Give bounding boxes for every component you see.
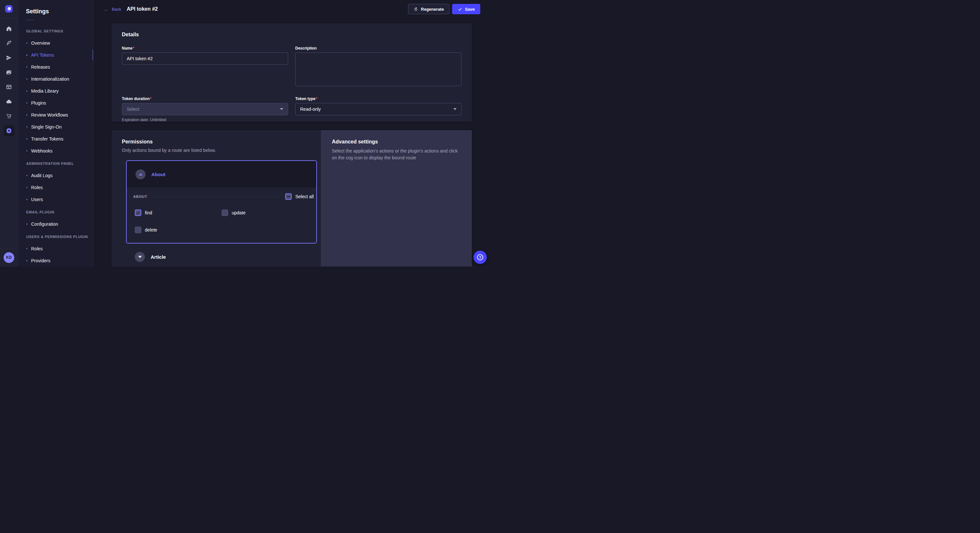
regenerate-button[interactable]: Regenerate <box>408 4 450 14</box>
sidebar-item-configuration[interactable]: Configuration <box>18 218 93 230</box>
token-type-field-group: Token type* Read-only <box>295 97 461 122</box>
bullet-icon <box>26 199 27 200</box>
details-title: Details <box>122 32 461 38</box>
bullet-icon <box>26 175 27 176</box>
bullet-icon <box>26 138 27 140</box>
action-label[interactable]: find <box>145 210 152 215</box>
section-label: EMAIL PLUGIN <box>18 210 93 214</box>
layout-icon <box>6 84 12 90</box>
delete-checkbox[interactable] <box>135 227 141 233</box>
section-administration-panel: ADMINISTRATION PANEL Audit Logs Roles Us… <box>18 162 93 205</box>
indeterminate-icon <box>287 196 290 197</box>
check-icon <box>458 7 463 12</box>
token-type-select[interactable]: Read-only <box>295 103 461 115</box>
sidebar-item-overview[interactable]: Overview <box>18 37 93 49</box>
bullet-icon <box>26 224 27 225</box>
nav-home[interactable] <box>3 23 14 34</box>
description-textarea[interactable] <box>295 52 461 86</box>
nav-marketplace[interactable] <box>3 111 14 122</box>
sidebar-item-users[interactable]: Users <box>18 194 93 205</box>
select-all-checkbox[interactable] <box>285 194 292 200</box>
permissions-title: Permissions <box>122 139 317 145</box>
sidebar-item-admin-roles[interactable]: Roles <box>18 181 93 194</box>
bullet-icon <box>26 150 27 152</box>
chevron-down-icon <box>138 256 142 258</box>
nav-settings[interactable] <box>3 125 14 136</box>
main-content: ← Back API token #2 Regenerate Save Deta… <box>93 0 490 266</box>
cart-icon <box>6 113 12 119</box>
back-link[interactable]: ← Back <box>104 7 121 12</box>
strapi-logo-button[interactable] <box>0 0 18 18</box>
nav-cloud[interactable] <box>3 96 14 107</box>
name-field-group: Name* <box>122 46 288 87</box>
expiration-hint: Expiration date: Unlimited <box>122 117 288 122</box>
advanced-settings-title: Advanced settings <box>332 139 459 145</box>
gear-icon <box>6 128 12 134</box>
save-button[interactable]: Save <box>452 4 480 14</box>
token-type-label: Token type* <box>295 97 461 101</box>
select-all-label[interactable]: Select all <box>295 194 314 199</box>
required-asterisk: * <box>316 97 317 101</box>
help-icon: ? <box>477 254 483 260</box>
article-accordion-title: Article <box>151 254 166 260</box>
sidebar-item-webhooks[interactable]: Webhooks <box>18 145 93 157</box>
sidebar-item-internationalization[interactable]: Internationalization <box>18 73 93 85</box>
name-input[interactable] <box>122 52 288 65</box>
sidebar-item-releases[interactable]: Releases <box>18 61 93 73</box>
sidebar-item-providers[interactable]: Providers <box>18 254 93 266</box>
description-label: Description <box>295 46 461 51</box>
sidebar-item-single-sign-on[interactable]: Single Sign-On <box>18 121 93 133</box>
sidebar-item-api-tokens[interactable]: API Tokens <box>18 49 93 61</box>
user-avatar[interactable]: KD <box>3 252 14 263</box>
action-label[interactable]: delete <box>145 227 157 233</box>
about-accordion-header[interactable]: About <box>127 161 316 187</box>
bullet-icon <box>26 54 27 56</box>
help-button[interactable]: ? <box>474 251 487 264</box>
bullet-icon <box>26 90 27 92</box>
find-checkbox[interactable] <box>135 209 141 216</box>
refresh-icon <box>414 7 418 12</box>
bullet-icon <box>26 43 27 44</box>
sidebar-item-media-library[interactable]: Media Library <box>18 85 93 97</box>
action-delete: delete <box>135 227 222 233</box>
action-find: find <box>135 209 222 216</box>
section-email-plugin: EMAIL PLUGIN Configuration <box>18 210 93 230</box>
page-header: ← Back API token #2 Regenerate Save <box>93 0 490 18</box>
action-label[interactable]: update <box>232 210 246 215</box>
permissions-panel: Permissions Only actions bound by a rout… <box>111 130 321 266</box>
back-label: Back <box>112 7 121 12</box>
sidebar-item-transfer-tokens[interactable]: Transfer Tokens <box>18 133 93 145</box>
update-checkbox[interactable] <box>222 209 228 216</box>
bullet-icon <box>26 126 27 128</box>
collapse-toggle-button[interactable] <box>135 169 145 179</box>
sidebar-item-review-workflows[interactable]: Review Workflows <box>18 109 93 121</box>
sidebar-item-audit-logs[interactable]: Audit Logs <box>18 169 93 181</box>
chevron-down-icon <box>453 108 457 110</box>
nav-content-type-builder[interactable] <box>3 38 14 49</box>
description-field-group: Description <box>295 46 461 87</box>
nav-footer: KD <box>0 248 18 266</box>
nav-media-library[interactable] <box>3 67 14 78</box>
sidebar-item-plugins[interactable]: Plugins <box>18 97 93 109</box>
about-accordion-body: ABOUT Select all find <box>127 187 316 243</box>
token-duration-select[interactable]: Select <box>122 103 288 115</box>
settings-sidebar: Settings GLOBAL SETTINGS Overview API To… <box>18 0 93 266</box>
bullet-icon <box>26 114 27 116</box>
required-asterisk: * <box>150 97 152 101</box>
section-label: GLOBAL SETTINGS <box>18 29 93 33</box>
chevron-up-icon <box>139 173 143 176</box>
article-accordion-header[interactable]: Article <box>126 252 317 262</box>
details-card: Details Name* Description Token duration… <box>111 23 472 122</box>
nav-releases[interactable] <box>3 52 14 63</box>
section-global-settings: GLOBAL SETTINGS Overview API Tokens Rele… <box>18 29 93 157</box>
expand-toggle-button[interactable] <box>135 252 145 262</box>
sidebar-item-up-roles[interactable]: Roles <box>18 243 93 254</box>
cloud-icon <box>6 98 12 105</box>
home-icon <box>6 25 12 32</box>
sidebar-title: Settings <box>26 8 85 15</box>
nav-content-manager[interactable] <box>3 82 14 93</box>
paper-plane-icon <box>6 55 12 61</box>
permissions-card: Permissions Only actions bound by a rout… <box>111 130 472 266</box>
strapi-logo-icon <box>5 5 13 13</box>
action-update: update <box>222 209 314 216</box>
